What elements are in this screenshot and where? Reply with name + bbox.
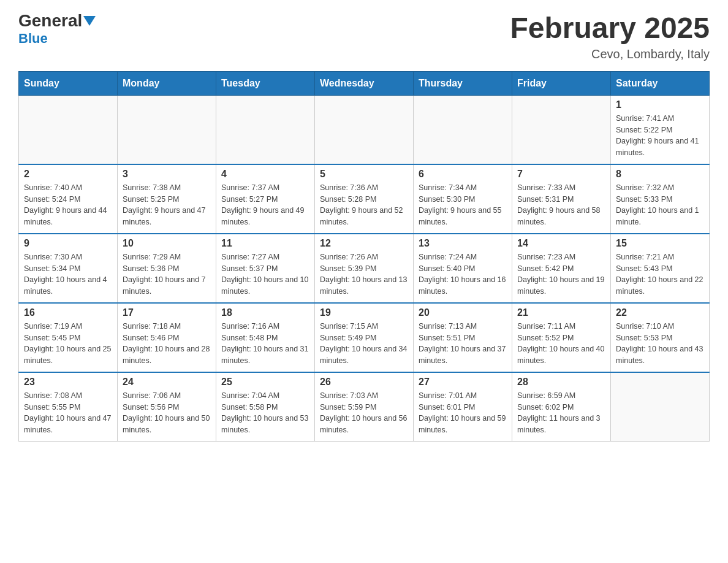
calendar-week-row: 2Sunrise: 7:40 AM Sunset: 5:24 PM Daylig… (19, 164, 710, 234)
day-number: 16 (24, 307, 112, 318)
day-info: Sunrise: 7:26 AM Sunset: 5:39 PM Dayligh… (320, 251, 408, 297)
day-number: 12 (320, 238, 408, 249)
table-row: 4Sunrise: 7:37 AM Sunset: 5:27 PM Daylig… (216, 164, 315, 234)
day-number: 4 (221, 169, 309, 180)
day-info: Sunrise: 7:34 AM Sunset: 5:30 PM Dayligh… (419, 182, 507, 228)
table-row: 22Sunrise: 7:10 AM Sunset: 5:53 PM Dayli… (611, 303, 710, 372)
day-number: 19 (320, 307, 408, 318)
table-row: 10Sunrise: 7:29 AM Sunset: 5:36 PM Dayli… (118, 234, 216, 303)
col-thursday: Thursday (414, 71, 512, 95)
day-info: Sunrise: 7:38 AM Sunset: 5:25 PM Dayligh… (123, 182, 211, 228)
day-number: 20 (419, 307, 507, 318)
day-info: Sunrise: 7:21 AM Sunset: 5:43 PM Dayligh… (616, 251, 704, 297)
day-number: 22 (616, 307, 704, 318)
table-row: 28Sunrise: 6:59 AM Sunset: 6:02 PM Dayli… (512, 372, 611, 442)
day-info: Sunrise: 7:04 AM Sunset: 5:58 PM Dayligh… (221, 390, 309, 436)
day-info: Sunrise: 7:37 AM Sunset: 5:27 PM Dayligh… (221, 182, 309, 228)
table-row (216, 95, 315, 164)
day-info: Sunrise: 7:27 AM Sunset: 5:37 PM Dayligh… (221, 251, 309, 297)
table-row: 9Sunrise: 7:30 AM Sunset: 5:34 PM Daylig… (19, 234, 118, 303)
col-friday: Friday (512, 71, 611, 95)
day-info: Sunrise: 7:01 AM Sunset: 6:01 PM Dayligh… (419, 390, 507, 436)
day-number: 1 (616, 99, 704, 110)
day-info: Sunrise: 7:23 AM Sunset: 5:42 PM Dayligh… (517, 251, 605, 297)
table-row: 6Sunrise: 7:34 AM Sunset: 5:30 PM Daylig… (414, 164, 512, 234)
location-subtitle: Cevo, Lombardy, Italy (510, 47, 710, 61)
calendar-week-row: 1Sunrise: 7:41 AM Sunset: 5:22 PM Daylig… (19, 95, 710, 164)
day-number: 25 (221, 377, 309, 388)
day-number: 5 (320, 169, 408, 180)
col-wednesday: Wednesday (315, 71, 414, 95)
table-row (19, 95, 118, 164)
logo-general: General (18, 12, 96, 29)
day-info: Sunrise: 7:03 AM Sunset: 5:59 PM Dayligh… (320, 390, 408, 436)
table-row: 16Sunrise: 7:19 AM Sunset: 5:45 PM Dayli… (19, 303, 118, 372)
day-info: Sunrise: 7:15 AM Sunset: 5:49 PM Dayligh… (320, 321, 408, 367)
table-row: 19Sunrise: 7:15 AM Sunset: 5:49 PM Dayli… (315, 303, 414, 372)
day-number: 10 (123, 238, 211, 249)
day-number: 21 (517, 307, 605, 318)
day-info: Sunrise: 7:40 AM Sunset: 5:24 PM Dayligh… (24, 182, 112, 228)
table-row (414, 95, 512, 164)
col-sunday: Sunday (19, 71, 118, 95)
day-info: Sunrise: 7:29 AM Sunset: 5:36 PM Dayligh… (123, 251, 211, 297)
day-number: 9 (24, 238, 112, 249)
day-info: Sunrise: 7:18 AM Sunset: 5:46 PM Dayligh… (123, 321, 211, 367)
month-title: February 2025 (510, 12, 710, 45)
day-info: Sunrise: 7:16 AM Sunset: 5:48 PM Dayligh… (221, 321, 309, 367)
calendar-table: Sunday Monday Tuesday Wednesday Thursday… (18, 71, 710, 442)
day-number: 6 (419, 169, 507, 180)
table-row: 18Sunrise: 7:16 AM Sunset: 5:48 PM Dayli… (216, 303, 315, 372)
table-row (118, 95, 216, 164)
table-row: 20Sunrise: 7:13 AM Sunset: 5:51 PM Dayli… (414, 303, 512, 372)
table-row: 15Sunrise: 7:21 AM Sunset: 5:43 PM Dayli… (611, 234, 710, 303)
day-number: 28 (517, 377, 605, 388)
table-row: 24Sunrise: 7:06 AM Sunset: 5:56 PM Dayli… (118, 372, 216, 442)
table-row: 12Sunrise: 7:26 AM Sunset: 5:39 PM Dayli… (315, 234, 414, 303)
table-row (315, 95, 414, 164)
table-row: 25Sunrise: 7:04 AM Sunset: 5:58 PM Dayli… (216, 372, 315, 442)
day-number: 14 (517, 238, 605, 249)
table-row (611, 372, 710, 442)
day-info: Sunrise: 7:13 AM Sunset: 5:51 PM Dayligh… (419, 321, 507, 367)
table-row: 26Sunrise: 7:03 AM Sunset: 5:59 PM Dayli… (315, 372, 414, 442)
calendar-header-row: Sunday Monday Tuesday Wednesday Thursday… (19, 71, 710, 95)
table-row: 23Sunrise: 7:08 AM Sunset: 5:55 PM Dayli… (19, 372, 118, 442)
col-saturday: Saturday (611, 71, 710, 95)
day-number: 8 (616, 169, 704, 180)
day-number: 7 (517, 169, 605, 180)
calendar-week-row: 23Sunrise: 7:08 AM Sunset: 5:55 PM Dayli… (19, 372, 710, 442)
table-row: 11Sunrise: 7:27 AM Sunset: 5:37 PM Dayli… (216, 234, 315, 303)
day-number: 3 (123, 169, 211, 180)
table-row: 13Sunrise: 7:24 AM Sunset: 5:40 PM Dayli… (414, 234, 512, 303)
day-info: Sunrise: 6:59 AM Sunset: 6:02 PM Dayligh… (517, 390, 605, 436)
day-number: 15 (616, 238, 704, 249)
logo-blue: Blue (18, 31, 48, 47)
logo-arrow-icon (83, 16, 96, 26)
day-number: 27 (419, 377, 507, 388)
day-number: 2 (24, 169, 112, 180)
page-header: General Blue February 2025 Cevo, Lombard… (18, 12, 710, 61)
day-info: Sunrise: 7:19 AM Sunset: 5:45 PM Dayligh… (24, 321, 112, 367)
table-row: 2Sunrise: 7:40 AM Sunset: 5:24 PM Daylig… (19, 164, 118, 234)
day-number: 23 (24, 377, 112, 388)
table-row (512, 95, 611, 164)
table-row: 27Sunrise: 7:01 AM Sunset: 6:01 PM Dayli… (414, 372, 512, 442)
table-row: 5Sunrise: 7:36 AM Sunset: 5:28 PM Daylig… (315, 164, 414, 234)
day-info: Sunrise: 7:11 AM Sunset: 5:52 PM Dayligh… (517, 321, 605, 367)
day-number: 26 (320, 377, 408, 388)
calendar-week-row: 9Sunrise: 7:30 AM Sunset: 5:34 PM Daylig… (19, 234, 710, 303)
day-info: Sunrise: 7:10 AM Sunset: 5:53 PM Dayligh… (616, 321, 704, 367)
day-number: 24 (123, 377, 211, 388)
day-info: Sunrise: 7:08 AM Sunset: 5:55 PM Dayligh… (24, 390, 112, 436)
table-row: 7Sunrise: 7:33 AM Sunset: 5:31 PM Daylig… (512, 164, 611, 234)
title-block: February 2025 Cevo, Lombardy, Italy (510, 12, 710, 61)
day-info: Sunrise: 7:32 AM Sunset: 5:33 PM Dayligh… (616, 182, 704, 228)
day-number: 13 (419, 238, 507, 249)
day-info: Sunrise: 7:24 AM Sunset: 5:40 PM Dayligh… (419, 251, 507, 297)
table-row: 14Sunrise: 7:23 AM Sunset: 5:42 PM Dayli… (512, 234, 611, 303)
calendar-week-row: 16Sunrise: 7:19 AM Sunset: 5:45 PM Dayli… (19, 303, 710, 372)
day-info: Sunrise: 7:06 AM Sunset: 5:56 PM Dayligh… (123, 390, 211, 436)
day-info: Sunrise: 7:33 AM Sunset: 5:31 PM Dayligh… (517, 182, 605, 228)
day-info: Sunrise: 7:36 AM Sunset: 5:28 PM Dayligh… (320, 182, 408, 228)
